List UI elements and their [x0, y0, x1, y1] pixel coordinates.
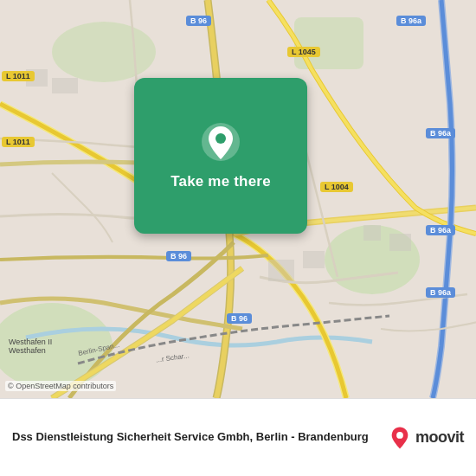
svg-rect-7: [268, 260, 294, 281]
road-badge-b96-lower2: B 96: [227, 313, 252, 324]
road-badge-b96-lower: B 96: [166, 251, 191, 261]
info-title: Dss Dienstleistung Sicherheit Service Gm…: [12, 429, 379, 445]
road-badge-b96a-3: B 96a: [426, 225, 455, 235]
road-badge-l1045: L 1045: [287, 47, 320, 57]
road-badge-b96a-4: B 96a: [426, 287, 455, 298]
moovit-pin-icon: [388, 426, 412, 450]
info-text: Dss Dienstleistung Sicherheit Service Gm…: [12, 429, 379, 445]
svg-point-13: [396, 432, 403, 439]
svg-rect-8: [303, 251, 325, 268]
svg-point-4: [52, 22, 156, 82]
map-container: B 96 L 1011 L 1011 L 1045 B 96a B 96a B …: [0, 0, 476, 398]
svg-point-12: [215, 133, 226, 144]
svg-rect-10: [389, 234, 411, 251]
map-copyright: © OpenStreetMap contributors: [5, 381, 116, 391]
take-me-label: Take me there: [170, 173, 271, 190]
road-badge-l1011-2: L 1011: [2, 137, 35, 147]
road-badge-b96-top: B 96: [186, 16, 211, 26]
take-me-card[interactable]: Take me there: [134, 78, 307, 234]
moovit-logo: moovit: [388, 426, 464, 450]
svg-rect-6: [52, 78, 78, 93]
road-badge-l1011-1: L 1011: [2, 71, 35, 81]
moovit-text: moovit: [415, 428, 464, 447]
info-bar: Dss Dienstleistung Sicherheit Service Gm…: [0, 398, 476, 476]
road-badge-l1004: L 1004: [320, 182, 353, 192]
location-pin-icon: [200, 121, 241, 163]
svg-rect-9: [363, 225, 381, 241]
label-westhafen: Westhafen IIWesthafen: [9, 338, 52, 355]
road-badge-b96a-2: B 96a: [426, 128, 455, 138]
road-badge-b96a-1: B 96a: [396, 16, 426, 26]
